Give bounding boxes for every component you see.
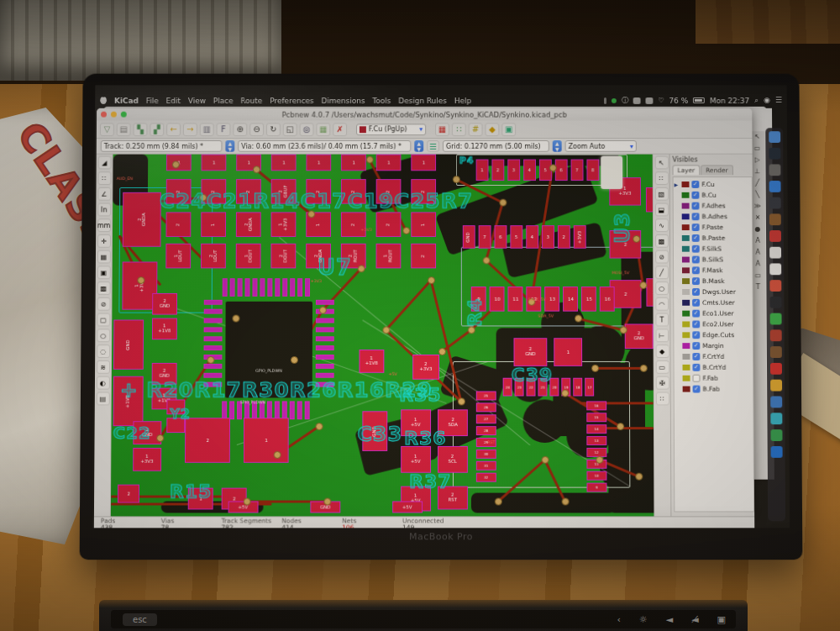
eeschema-tool-icon-1[interactable]: ▭ <box>754 145 761 152</box>
mute-icon[interactable]: ◄̸ <box>691 614 698 625</box>
menu-item-edit[interactable]: Edit <box>166 97 181 105</box>
pcb-pad[interactable]: 1 +3V3 <box>271 212 297 237</box>
grid-origin-icon[interactable]: ∷ <box>655 392 669 406</box>
pcb-pad[interactable]: 2 <box>411 244 436 269</box>
pcb-via[interactable] <box>575 314 582 322</box>
search-icon[interactable]: ⌕ <box>754 96 759 105</box>
qfp-pad[interactable] <box>316 364 334 369</box>
eeschema-tool-icon-10[interactable]: A <box>755 250 759 256</box>
pcb-pad[interactable]: 2 DOUT <box>270 244 296 269</box>
dock-icon-16[interactable] <box>770 396 782 408</box>
pcb-via[interactable] <box>482 256 490 264</box>
pcb-pad[interactable]: 2 GNDA <box>236 212 261 237</box>
zones-show-icon[interactable]: ▢ <box>97 313 110 327</box>
pcb-pad[interactable]: 30 <box>476 450 496 459</box>
zoom-in-icon[interactable]: ⊕ <box>233 123 247 136</box>
pcb-pad[interactable]: 14 <box>563 287 578 312</box>
pcb-pad[interactable]: 25 <box>476 392 496 401</box>
pcb-pad[interactable]: 4 <box>526 225 538 249</box>
qfp-pad[interactable] <box>204 318 223 323</box>
layer-visibility-checkbox[interactable]: ✓ <box>692 266 700 274</box>
pcb-via[interactable] <box>243 497 250 505</box>
plot-icon[interactable]: ▚ <box>134 123 148 136</box>
via-stepper[interactable]: ▲▼ <box>414 140 423 152</box>
qfp-pad[interactable] <box>316 327 334 332</box>
add-text-icon[interactable]: T <box>655 313 669 327</box>
qfp-pad[interactable] <box>305 401 310 419</box>
pcb-via[interactable] <box>232 314 239 322</box>
qfp-pad[interactable] <box>204 345 223 350</box>
pcb-pad[interactable]: 1 LOUT <box>165 244 191 269</box>
pads-sketch-icon[interactable]: ○ <box>97 329 110 342</box>
qfp-pad[interactable] <box>297 278 302 297</box>
find-icon[interactable]: ◎ <box>300 123 314 136</box>
grid-dots-icon[interactable]: ∷ <box>452 123 466 136</box>
pcb-via[interactable] <box>617 423 624 430</box>
pcb-via[interactable] <box>382 326 390 334</box>
microwave-icon[interactable]: ◆ <box>485 123 499 136</box>
menu-item-dimensions[interactable]: Dimensions <box>322 97 365 105</box>
pcb-pad[interactable]: 7 <box>479 225 491 249</box>
window-titlebar[interactable]: Pcbnew 4.0.7 /Users/wachsmut/Code/Synkin… <box>97 108 752 121</box>
lock-icon[interactable]: ▣ <box>717 614 726 625</box>
eeschema-tool-icon-6[interactable]: ≫ <box>754 203 761 210</box>
cursor-shape-icon[interactable]: ✛ <box>97 234 111 248</box>
qfp-pad[interactable] <box>275 278 280 297</box>
pcb-via[interactable] <box>635 472 643 480</box>
pcb-via[interactable] <box>273 450 281 458</box>
qfp-pad[interactable] <box>230 278 235 297</box>
layer-row-eco1.user[interactable]: ✓Eco1.User <box>675 308 752 319</box>
pcb-pad[interactable]: 32 <box>476 473 496 482</box>
pcb-via[interactable] <box>596 455 603 463</box>
pcb-via[interactable] <box>467 326 475 334</box>
polar-coords-icon[interactable]: ∠ <box>97 187 111 201</box>
pcb-pad[interactable]: 17 <box>585 378 594 397</box>
pcb-pad[interactable]: 1 <box>341 155 366 171</box>
layer-visibility-checkbox[interactable]: ✓ <box>692 213 700 220</box>
pcb-pad[interactable]: 1 <box>411 155 436 171</box>
pcb-pad[interactable]: 4 <box>523 160 536 181</box>
eeschema-tool-icon-11[interactable]: A <box>756 260 760 267</box>
layer-visibility-checkbox[interactable]: ✓ <box>693 386 701 393</box>
layer-row-f.paste[interactable]: ✓F.Paste <box>675 222 751 233</box>
qfp-pad[interactable] <box>282 278 287 297</box>
eeschema-tool-icon-4[interactable]: ╱ <box>755 180 759 187</box>
pcb-via[interactable] <box>452 176 459 183</box>
qfp-pad[interactable] <box>204 309 223 314</box>
pcb-via[interactable] <box>137 276 144 284</box>
dock-icon-8[interactable] <box>769 263 781 275</box>
pcb-via[interactable] <box>207 356 214 364</box>
pcb-via[interactable] <box>402 227 410 234</box>
layer-visibility-checkbox[interactable]: ✓ <box>692 288 700 296</box>
high-contrast-icon[interactable]: ◐ <box>96 376 109 390</box>
select-tool-icon[interactable]: ↖ <box>654 156 668 170</box>
eeschema-tool-icon-2[interactable]: ▷ <box>754 157 759 164</box>
eeschema-tool-icon-7[interactable]: ✕ <box>755 214 761 221</box>
pcb-via[interactable] <box>252 166 260 173</box>
qfp-pad[interactable] <box>252 278 257 297</box>
menu-item-file[interactable]: File <box>146 97 159 105</box>
zones-hide-icon[interactable]: ⊘ <box>97 297 110 311</box>
pcb-pad[interactable]: 1 <box>476 160 489 181</box>
track-width-icon[interactable]: ☰ <box>427 140 439 152</box>
eeschema-tool-icon-8[interactable]: ● <box>755 226 761 233</box>
pcb-via[interactable] <box>639 281 647 289</box>
route-track-icon[interactable]: ∿ <box>654 218 668 232</box>
pcb-pad[interactable]: 8 <box>586 160 599 181</box>
eeschema-tool-icon-0[interactable]: ↖ <box>754 134 760 140</box>
qfp-pad[interactable] <box>229 401 234 419</box>
layer-visibility-checkbox[interactable]: ✓ <box>692 256 700 264</box>
track-width-select[interactable]: Track: 0.250 mm (9.84 mils) * <box>101 140 223 152</box>
pcb-pad[interactable]: 2 <box>185 418 230 463</box>
pcb-pad[interactable]: 5 <box>510 225 522 249</box>
eeschema-tool-icon-3[interactable]: ⊥ <box>754 168 760 175</box>
pcb-via[interactable] <box>591 364 599 371</box>
layer-row-b.adhes[interactable]: ✓B.Adhes <box>675 211 751 222</box>
layer-row-b.silks[interactable]: ✓B.SilkS <box>675 255 751 266</box>
grid-axis-icon[interactable]: # <box>469 123 483 136</box>
layer-row-f.silks[interactable]: ✓F.SilkS <box>675 244 751 255</box>
local-ratsnest-icon[interactable]: ▧ <box>654 187 668 201</box>
undo-icon[interactable]: ← <box>166 123 181 136</box>
pcb-pad[interactable]: 10 <box>586 471 606 481</box>
pcb-via[interactable] <box>639 364 647 371</box>
